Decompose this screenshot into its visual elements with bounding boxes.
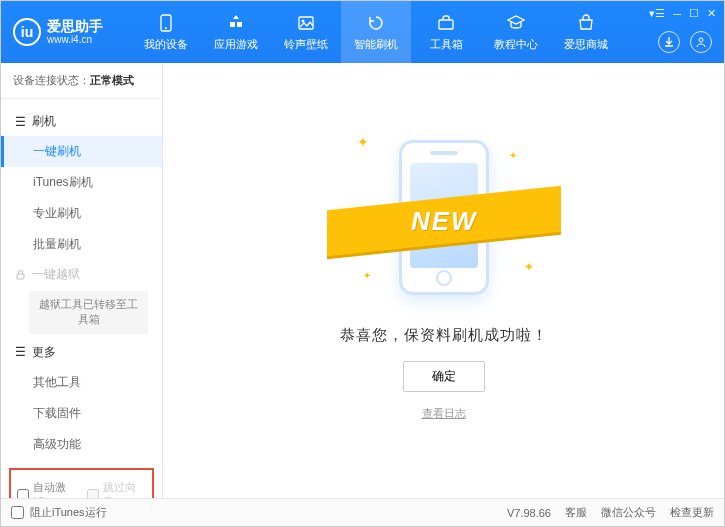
view-log-link[interactable]: 查看日志 xyxy=(422,406,466,421)
nav-my-device[interactable]: 我的设备 xyxy=(131,1,201,63)
user-button[interactable] xyxy=(690,31,712,53)
footer-wechat[interactable]: 微信公众号 xyxy=(601,505,656,520)
footer-service[interactable]: 客服 xyxy=(565,505,587,520)
footer-update[interactable]: 检查更新 xyxy=(670,505,714,520)
nav-label: 我的设备 xyxy=(144,37,188,52)
main-content: NEW ✦ ✦ ✦ ✦ 恭喜您，保资料刷机成功啦！ 确定 查看日志 xyxy=(163,63,724,498)
checkbox-auto-activate[interactable]: 自动激活 xyxy=(17,480,77,498)
download-button[interactable] xyxy=(658,31,680,53)
checkbox-block-itunes[interactable]: 阻止iTunes运行 xyxy=(11,505,107,520)
image-icon xyxy=(296,13,316,33)
jailbreak-moved-note: 越狱工具已转移至工具箱 xyxy=(29,291,148,334)
sidebar-section-jailbreak: 一键越狱 xyxy=(1,260,162,289)
checkbox-skip-guide[interactable]: 跳过向导 xyxy=(87,480,147,498)
sidebar-section-more[interactable]: ☰ 更多 xyxy=(1,338,162,367)
star-icon: ✦ xyxy=(509,150,517,161)
svg-point-1 xyxy=(165,27,167,29)
nav-label: 爱思商城 xyxy=(564,37,608,52)
menu-icon[interactable]: ▾☰ xyxy=(649,7,665,20)
nav-label: 智能刷机 xyxy=(354,37,398,52)
success-message: 恭喜您，保资料刷机成功啦！ xyxy=(340,326,548,345)
options-highlight-box: 自动激活 跳过向导 xyxy=(9,468,154,498)
maximize-icon[interactable]: ☐ xyxy=(689,7,699,20)
nav-flash[interactable]: 智能刷机 xyxy=(341,1,411,63)
sidebar-section-flash[interactable]: ☰ 刷机 xyxy=(1,107,162,136)
sidebar: 设备连接状态：正常模式 ☰ 刷机 一键刷机 iTunes刷机 专业刷机 批量刷机… xyxy=(1,63,163,498)
sidebar-item-download-firmware[interactable]: 下载固件 xyxy=(1,398,162,429)
nav-label: 应用游戏 xyxy=(214,37,258,52)
star-icon: ✦ xyxy=(357,134,369,150)
sidebar-item-pro-flash[interactable]: 专业刷机 xyxy=(1,198,162,229)
checkbox-input xyxy=(87,489,99,498)
sidebar-item-advanced[interactable]: 高级功能 xyxy=(1,429,162,460)
svg-point-5 xyxy=(699,38,703,42)
toolbox-icon xyxy=(436,13,456,33)
store-icon xyxy=(576,13,596,33)
nav-label: 铃声壁纸 xyxy=(284,37,328,52)
star-icon: ✦ xyxy=(524,260,534,274)
checkbox-input[interactable] xyxy=(11,506,24,519)
nav-label: 教程中心 xyxy=(494,37,538,52)
minimize-icon[interactable]: ─ xyxy=(673,8,681,20)
apps-icon xyxy=(226,13,246,33)
nav-store[interactable]: 爱思商城 xyxy=(551,1,621,63)
graduation-icon xyxy=(506,13,526,33)
version-label: V7.98.66 xyxy=(507,507,551,519)
list-icon: ☰ xyxy=(15,115,26,129)
ok-button[interactable]: 确定 xyxy=(403,361,485,392)
connection-status: 设备连接状态：正常模式 xyxy=(1,63,162,99)
app-url: www.i4.cn xyxy=(47,34,103,45)
star-icon: ✦ xyxy=(363,270,371,281)
nav-label: 工具箱 xyxy=(430,37,463,52)
svg-rect-4 xyxy=(439,20,453,29)
refresh-icon xyxy=(366,13,386,33)
sidebar-item-batch-flash[interactable]: 批量刷机 xyxy=(1,229,162,260)
svg-rect-6 xyxy=(17,274,24,279)
svg-point-3 xyxy=(302,19,305,22)
nav-apps[interactable]: 应用游戏 xyxy=(201,1,271,63)
success-illustration: NEW ✦ ✦ ✦ ✦ xyxy=(339,120,549,300)
close-icon[interactable]: ✕ xyxy=(707,7,716,20)
logo-icon: iu xyxy=(13,18,41,46)
sidebar-item-other-tools[interactable]: 其他工具 xyxy=(1,367,162,398)
app-header: iu 爱思助手 www.i4.cn 我的设备 应用游戏 铃声壁纸 智能刷机 xyxy=(1,1,724,63)
nav-toolbox[interactable]: 工具箱 xyxy=(411,1,481,63)
footer: 阻止iTunes运行 V7.98.66 客服 微信公众号 检查更新 xyxy=(1,498,724,526)
list-icon: ☰ xyxy=(15,345,26,359)
sidebar-item-itunes-flash[interactable]: iTunes刷机 xyxy=(1,167,162,198)
window-controls: ▾☰ ─ ☐ ✕ xyxy=(649,7,716,20)
ribbon-text: NEW xyxy=(410,206,477,237)
checkbox-input[interactable] xyxy=(17,489,29,498)
top-nav: 我的设备 应用游戏 铃声壁纸 智能刷机 工具箱 教程中心 xyxy=(131,1,724,63)
nav-ringtones[interactable]: 铃声壁纸 xyxy=(271,1,341,63)
app-title: 爱思助手 xyxy=(47,19,103,34)
logo: iu 爱思助手 www.i4.cn xyxy=(1,1,131,63)
lock-icon xyxy=(15,269,26,280)
phone-icon xyxy=(156,13,176,33)
sidebar-item-onekey-flash[interactable]: 一键刷机 xyxy=(1,136,162,167)
nav-tutorials[interactable]: 教程中心 xyxy=(481,1,551,63)
